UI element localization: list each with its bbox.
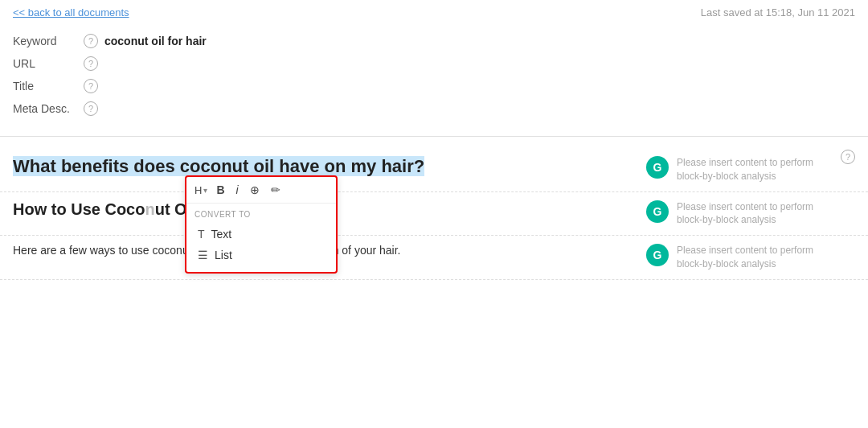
link-button[interactable]: ⊕ bbox=[248, 182, 262, 198]
url-row: URL ? bbox=[13, 52, 855, 75]
metadesc-label: Meta Desc. bbox=[13, 102, 77, 115]
last-saved: Last saved at 15:18, Jun 11 2021 bbox=[701, 6, 855, 19]
metadesc-help-icon[interactable]: ? bbox=[84, 101, 98, 116]
text-option-label: Text bbox=[211, 228, 232, 241]
subheading-text: How to Use Cocon bbox=[13, 200, 155, 218]
content-row-1: What benefits does coconut oil have on m… bbox=[0, 143, 868, 192]
title-row: Title ? bbox=[13, 75, 855, 97]
top-bar: << back to all documents Last saved at 1… bbox=[0, 0, 868, 25]
title-help-icon[interactable]: ? bbox=[84, 79, 98, 93]
analysis-note-2: Please insert content to perform block-b… bbox=[677, 200, 821, 228]
chevron-down-icon: ▾ bbox=[203, 186, 207, 195]
meta-section: Keyword ? coconut oil for hair URL ? Tit… bbox=[0, 25, 868, 130]
pen-button[interactable]: ✏ bbox=[268, 182, 283, 198]
heading-dropdown[interactable]: H ▾ bbox=[194, 184, 207, 196]
list-icon: ☰ bbox=[198, 249, 208, 261]
content-area: ? What benefits does coconut oil have on… bbox=[0, 143, 868, 280]
content-row-2: How to Use Coconut Oil for Beautiful Hai… bbox=[0, 192, 868, 237]
text-icon: T bbox=[198, 228, 205, 241]
toolbar-convert: CONVERT TO T Text ☰ List bbox=[186, 204, 336, 272]
url-label: URL bbox=[13, 57, 77, 70]
toolbar-popup: H ▾ B i ⊕ ✏ CONVERT TO T Text ☰ bbox=[185, 175, 338, 274]
keyword-help-icon[interactable]: ? bbox=[84, 34, 98, 48]
back-link[interactable]: << back to all documents bbox=[13, 6, 129, 19]
g-icon-2[interactable]: G bbox=[646, 200, 669, 223]
convert-label: CONVERT TO bbox=[194, 210, 328, 219]
metadesc-row: Meta Desc. ? bbox=[13, 97, 855, 120]
content-text-1: What benefits does coconut oil have on m… bbox=[13, 156, 646, 177]
title-label: Title bbox=[13, 80, 77, 93]
g-icon-1[interactable]: G bbox=[646, 156, 669, 179]
keyword-label: Keyword bbox=[13, 35, 77, 47]
convert-text-option[interactable]: T Text bbox=[194, 224, 328, 245]
toolbar-top: H ▾ B i ⊕ ✏ bbox=[186, 177, 336, 204]
keyword-row: Keyword ? coconut oil for hair bbox=[13, 30, 855, 52]
heading-label: H bbox=[194, 184, 202, 196]
section-divider bbox=[0, 136, 868, 137]
content-right-1: G Please insert content to perform block… bbox=[646, 156, 855, 183]
italic-button[interactable]: i bbox=[234, 182, 241, 198]
heading-text[interactable]: What benefits does coconut oil have on m… bbox=[13, 156, 424, 176]
convert-list-option[interactable]: ☰ List bbox=[194, 245, 328, 265]
url-help-icon[interactable]: ? bbox=[84, 56, 98, 71]
content-right-2: G Please insert content to perform block… bbox=[646, 200, 855, 228]
bold-button[interactable]: B bbox=[214, 182, 227, 198]
g-icon-3[interactable]: G bbox=[646, 244, 669, 266]
analysis-note-3: Please insert content to perform block-b… bbox=[677, 244, 821, 271]
list-option-label: List bbox=[215, 249, 232, 261]
keyword-value: coconut oil for hair bbox=[104, 35, 207, 47]
analysis-note-1: Please insert content to perform block-b… bbox=[677, 156, 821, 183]
content-right-3: G Please insert content to perform block… bbox=[646, 244, 855, 271]
content-row-3: Here are a few ways to use coconut oil t… bbox=[0, 236, 868, 280]
